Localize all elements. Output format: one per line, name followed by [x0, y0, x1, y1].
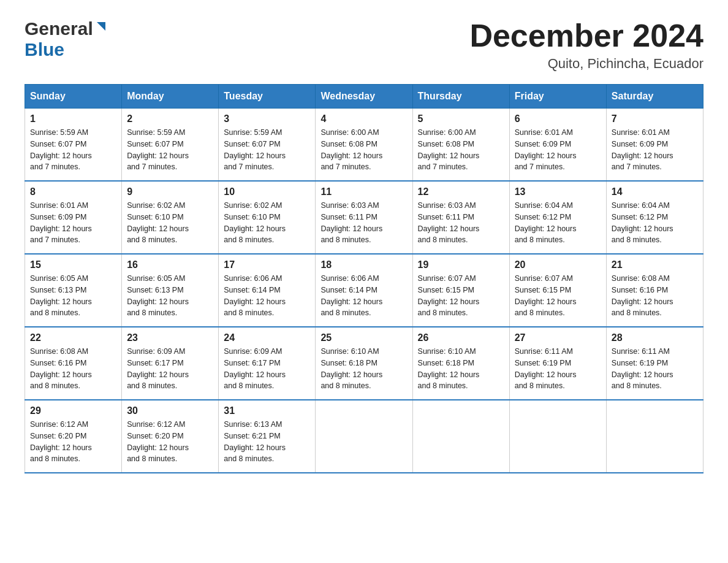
day-info: Sunrise: 6:13 AM Sunset: 6:21 PM Dayligh… — [224, 419, 310, 465]
day-info: Sunrise: 6:07 AM Sunset: 6:15 PM Dayligh… — [418, 273, 504, 319]
table-row: 16 Sunrise: 6:05 AM Sunset: 6:13 PM Dayl… — [122, 254, 219, 327]
table-row: 25 Sunrise: 6:10 AM Sunset: 6:18 PM Dayl… — [316, 327, 412, 400]
table-row: 17 Sunrise: 6:06 AM Sunset: 6:14 PM Dayl… — [219, 254, 316, 327]
table-row: 28 Sunrise: 6:11 AM Sunset: 6:19 PM Dayl… — [606, 327, 703, 400]
day-number: 14 — [612, 186, 698, 197]
day-info: Sunrise: 6:07 AM Sunset: 6:15 PM Dayligh… — [515, 273, 601, 319]
table-row: 13 Sunrise: 6:04 AM Sunset: 6:12 PM Dayl… — [509, 181, 606, 254]
day-number: 3 — [224, 113, 310, 124]
day-number: 17 — [224, 259, 310, 270]
day-info: Sunrise: 6:09 AM Sunset: 6:17 PM Dayligh… — [224, 346, 310, 392]
day-number: 29 — [30, 405, 116, 416]
col-wednesday: Wednesday — [316, 85, 412, 109]
day-number: 26 — [418, 332, 504, 343]
day-number: 27 — [515, 332, 601, 343]
day-info: Sunrise: 6:00 AM Sunset: 6:08 PM Dayligh… — [320, 127, 407, 173]
table-row: 5 Sunrise: 6:00 AM Sunset: 6:08 PM Dayli… — [412, 109, 509, 182]
col-sunday: Sunday — [25, 85, 122, 109]
day-number: 31 — [224, 405, 310, 416]
day-info: Sunrise: 6:01 AM Sunset: 6:09 PM Dayligh… — [612, 127, 698, 173]
day-info: Sunrise: 6:08 AM Sunset: 6:16 PM Dayligh… — [30, 346, 116, 392]
day-number: 9 — [127, 186, 213, 197]
table-row: 14 Sunrise: 6:04 AM Sunset: 6:12 PM Dayl… — [606, 181, 703, 254]
day-number: 20 — [515, 259, 601, 270]
day-number: 2 — [127, 113, 213, 124]
table-row: 15 Sunrise: 6:05 AM Sunset: 6:13 PM Dayl… — [25, 254, 122, 327]
calendar-week-row: 15 Sunrise: 6:05 AM Sunset: 6:13 PM Dayl… — [25, 254, 703, 327]
calendar-week-row: 22 Sunrise: 6:08 AM Sunset: 6:16 PM Dayl… — [25, 327, 703, 400]
day-info: Sunrise: 6:02 AM Sunset: 6:10 PM Dayligh… — [224, 200, 310, 246]
logo-arrow-icon — [94, 21, 108, 34]
calendar-header-row: Sunday Monday Tuesday Wednesday Thursday… — [25, 85, 703, 109]
location-subtitle: Quito, Pichincha, Ecuador — [469, 56, 703, 72]
table-row: 4 Sunrise: 6:00 AM Sunset: 6:08 PM Dayli… — [316, 109, 412, 182]
day-info: Sunrise: 6:11 AM Sunset: 6:19 PM Dayligh… — [612, 346, 698, 392]
day-number: 12 — [418, 186, 504, 197]
col-saturday: Saturday — [606, 85, 703, 109]
day-number: 22 — [30, 332, 116, 343]
day-info: Sunrise: 5:59 AM Sunset: 6:07 PM Dayligh… — [127, 127, 213, 173]
day-info: Sunrise: 6:06 AM Sunset: 6:14 PM Dayligh… — [320, 273, 407, 319]
table-row — [412, 400, 509, 473]
day-info: Sunrise: 6:01 AM Sunset: 6:09 PM Dayligh… — [515, 127, 601, 173]
table-row: 2 Sunrise: 5:59 AM Sunset: 6:07 PM Dayli… — [122, 109, 219, 182]
day-info: Sunrise: 6:03 AM Sunset: 6:11 PM Dayligh… — [418, 200, 504, 246]
calendar-table: Sunday Monday Tuesday Wednesday Thursday… — [25, 84, 703, 473]
table-row: 8 Sunrise: 6:01 AM Sunset: 6:09 PM Dayli… — [25, 181, 122, 254]
day-number: 1 — [30, 113, 116, 124]
logo: General Blue — [25, 18, 108, 60]
day-number: 28 — [612, 332, 698, 343]
table-row: 26 Sunrise: 6:10 AM Sunset: 6:18 PM Dayl… — [412, 327, 509, 400]
table-row: 9 Sunrise: 6:02 AM Sunset: 6:10 PM Dayli… — [122, 181, 219, 254]
day-number: 25 — [320, 332, 407, 343]
table-row: 22 Sunrise: 6:08 AM Sunset: 6:16 PM Dayl… — [25, 327, 122, 400]
table-row: 20 Sunrise: 6:07 AM Sunset: 6:15 PM Dayl… — [509, 254, 606, 327]
day-number: 10 — [224, 186, 310, 197]
table-row: 31 Sunrise: 6:13 AM Sunset: 6:21 PM Dayl… — [219, 400, 316, 473]
day-info: Sunrise: 6:11 AM Sunset: 6:19 PM Dayligh… — [515, 346, 601, 392]
day-number: 23 — [127, 332, 213, 343]
col-friday: Friday — [509, 85, 606, 109]
day-info: Sunrise: 6:12 AM Sunset: 6:20 PM Dayligh… — [127, 419, 213, 465]
table-row: 1 Sunrise: 5:59 AM Sunset: 6:07 PM Dayli… — [25, 109, 122, 182]
table-row: 3 Sunrise: 5:59 AM Sunset: 6:07 PM Dayli… — [219, 109, 316, 182]
calendar-week-row: 1 Sunrise: 5:59 AM Sunset: 6:07 PM Dayli… — [25, 109, 703, 182]
day-info: Sunrise: 6:04 AM Sunset: 6:12 PM Dayligh… — [515, 200, 601, 246]
calendar-week-row: 8 Sunrise: 6:01 AM Sunset: 6:09 PM Dayli… — [25, 181, 703, 254]
page-header: General Blue December 2024 Quito, Pichin… — [25, 18, 703, 72]
table-row — [509, 400, 606, 473]
day-number: 5 — [418, 113, 504, 124]
day-number: 18 — [320, 259, 407, 270]
col-tuesday: Tuesday — [219, 85, 316, 109]
day-number: 7 — [612, 113, 698, 124]
table-row: 29 Sunrise: 6:12 AM Sunset: 6:20 PM Dayl… — [25, 400, 122, 473]
table-row: 24 Sunrise: 6:09 AM Sunset: 6:17 PM Dayl… — [219, 327, 316, 400]
logo-general-text: General — [25, 18, 93, 39]
table-row: 6 Sunrise: 6:01 AM Sunset: 6:09 PM Dayli… — [509, 109, 606, 182]
day-info: Sunrise: 6:12 AM Sunset: 6:20 PM Dayligh… — [30, 419, 116, 465]
col-thursday: Thursday — [412, 85, 509, 109]
table-row — [606, 400, 703, 473]
day-info: Sunrise: 5:59 AM Sunset: 6:07 PM Dayligh… — [224, 127, 310, 173]
day-info: Sunrise: 6:06 AM Sunset: 6:14 PM Dayligh… — [224, 273, 310, 319]
day-number: 15 — [30, 259, 116, 270]
day-number: 24 — [224, 332, 310, 343]
day-info: Sunrise: 6:01 AM Sunset: 6:09 PM Dayligh… — [30, 200, 116, 246]
day-info: Sunrise: 5:59 AM Sunset: 6:07 PM Dayligh… — [30, 127, 116, 173]
table-row: 11 Sunrise: 6:03 AM Sunset: 6:11 PM Dayl… — [316, 181, 412, 254]
day-info: Sunrise: 6:08 AM Sunset: 6:16 PM Dayligh… — [612, 273, 698, 319]
table-row: 10 Sunrise: 6:02 AM Sunset: 6:10 PM Dayl… — [219, 181, 316, 254]
day-info: Sunrise: 6:10 AM Sunset: 6:18 PM Dayligh… — [418, 346, 504, 392]
day-number: 21 — [612, 259, 698, 270]
day-number: 6 — [515, 113, 601, 124]
table-row — [316, 400, 412, 473]
table-row: 19 Sunrise: 6:07 AM Sunset: 6:15 PM Dayl… — [412, 254, 509, 327]
day-number: 11 — [320, 186, 407, 197]
day-info: Sunrise: 6:00 AM Sunset: 6:08 PM Dayligh… — [418, 127, 504, 173]
calendar-week-row: 29 Sunrise: 6:12 AM Sunset: 6:20 PM Dayl… — [25, 400, 703, 473]
logo-blue-text: Blue — [25, 39, 64, 59]
day-number: 16 — [127, 259, 213, 270]
day-number: 30 — [127, 405, 213, 416]
day-number: 13 — [515, 186, 601, 197]
svg-marker-0 — [97, 22, 105, 31]
